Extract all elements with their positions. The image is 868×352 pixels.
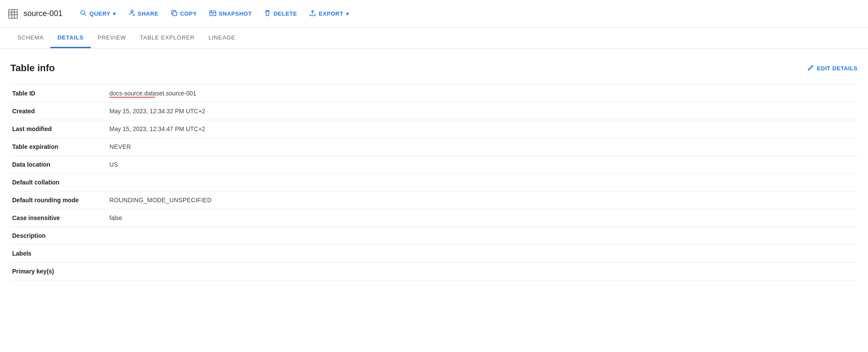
snapshot-icon [209,10,216,18]
row-value: May 15, 2023, 12:34:47 PM UTC+2 [106,120,858,138]
tab-lineage[interactable]: LINEAGE [201,28,242,48]
main-content: Table info EDIT DETAILS Table ID docs-so… [0,49,868,291]
delete-label: DELETE [274,10,297,17]
page-title: source-001 [23,9,63,18]
edit-details-label: EDIT DETAILS [817,65,858,72]
table-info: Table ID docs-source.dataset.source-001 … [10,84,858,280]
delete-button[interactable]: DELETE [259,7,302,21]
query-label: QUERY [89,10,110,17]
copy-label: COPY [180,10,197,17]
export-label: EXPORT [319,10,343,17]
svg-rect-11 [210,11,216,16]
row-key: Last modified [10,120,106,138]
svg-point-7 [131,10,133,12]
table-id-value: docs-source.dataset.source-001 [109,90,196,97]
row-value: NEVER [106,138,858,156]
tabs-bar: SCHEMA DETAILS PREVIEW TABLE EXPLORER LI… [0,28,868,49]
row-value [106,227,858,245]
table-row: Default rounding mode ROUNDING_MODE_UNSP… [10,191,858,209]
query-icon [80,10,87,18]
table-row: Case insensitive false [10,209,858,227]
row-value: false [106,209,858,227]
row-key: Created [10,102,106,120]
query-button[interactable]: QUERY ▾ [75,7,121,21]
share-label: SHARE [138,10,158,17]
row-value: US [106,156,858,174]
row-value: docs-source.dataset.source-001 [106,85,858,102]
svg-rect-10 [173,12,177,16]
query-chevron-icon: ▾ [113,11,116,17]
snapshot-button[interactable]: SNAPSHOT [204,7,257,21]
row-key: Table expiration [10,138,106,156]
section-title: Table info [10,63,55,74]
tab-preview[interactable]: PREVIEW [91,28,133,48]
tab-schema[interactable]: SCHEMA [10,28,50,48]
snapshot-label: SNAPSHOT [219,10,252,17]
row-value [106,263,858,280]
edit-details-button[interactable]: EDIT DETAILS [807,64,858,72]
share-icon [128,10,135,18]
row-key: Case insensitive [10,209,106,227]
copy-button[interactable]: COPY [165,7,202,21]
table-row: Data location US [10,156,858,174]
edit-icon [807,64,814,72]
row-value [106,174,858,191]
row-key: Data location [10,156,106,174]
table-row: Default collation [10,174,858,191]
row-key: Default rounding mode [10,191,106,209]
svg-point-5 [81,10,85,14]
share-button[interactable]: SHARE [123,7,164,21]
table-row: Labels [10,245,858,263]
export-chevron-icon: ▾ [346,11,349,17]
delete-icon [264,10,271,18]
app-logo: source-001 [7,8,63,20]
svg-line-6 [84,14,86,16]
row-value: ROUNDING_MODE_UNSPECIFIED [106,191,858,209]
row-key: Table ID [10,85,106,102]
copy-icon [171,10,178,18]
row-key: Description [10,227,106,245]
toolbar-actions: QUERY ▾ SHARE COPY [75,7,354,21]
table-row: Created May 15, 2023, 12:34:32 PM UTC+2 [10,102,858,120]
toolbar: source-001 QUERY ▾ [0,0,868,28]
table-icon [7,8,19,20]
table-row: Table ID docs-source.dataset.source-001 [10,85,858,102]
export-button[interactable]: EXPORT ▾ [304,7,354,21]
row-value: May 15, 2023, 12:34:32 PM UTC+2 [106,102,858,120]
table-row: Last modified May 15, 2023, 12:34:47 PM … [10,120,858,138]
row-key: Default collation [10,174,106,191]
svg-rect-0 [9,10,17,18]
tab-details[interactable]: DETAILS [50,28,90,48]
tab-table-explorer[interactable]: TABLE EXPLORER [133,28,201,48]
row-value [106,245,858,263]
export-icon [309,10,316,18]
row-key: Primary key(s) [10,263,106,280]
row-key: Labels [10,245,106,263]
table-row: Primary key(s) [10,263,858,280]
section-header: Table info EDIT DETAILS [10,63,858,74]
table-row: Description [10,227,858,245]
table-row: Table expiration NEVER [10,138,858,156]
